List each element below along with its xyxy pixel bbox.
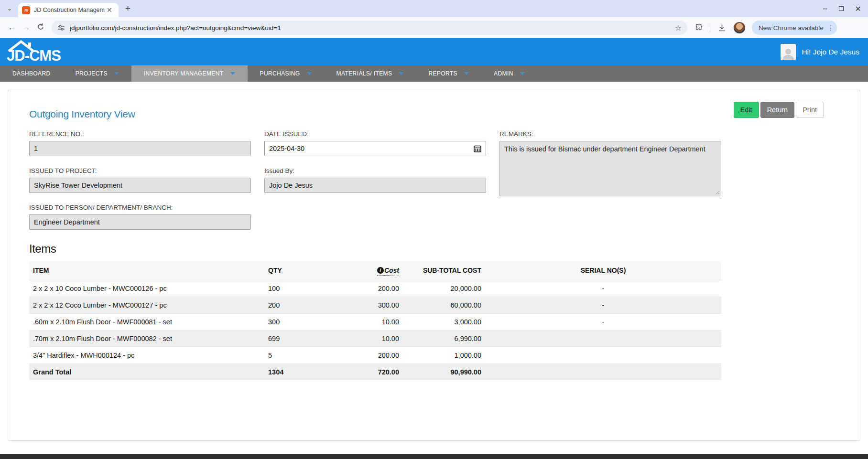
main-navigation: DASHBOARD PROJECTS INVENTORY MANAGEMENT …	[0, 65, 868, 82]
person-silhouette-icon	[782, 47, 794, 60]
user-greeting-area: Hi! Jojo De Jesus	[781, 38, 859, 65]
download-icon[interactable]	[718, 24, 726, 32]
table-row: 2 x 2 x 10 Coco Lumber - MWC000126 - pc …	[29, 280, 721, 297]
nav-item-reports[interactable]: REPORTS	[416, 65, 481, 82]
new-tab-button[interactable]: +	[125, 3, 130, 14]
window-controls: – ✕	[823, 0, 861, 17]
forward-icon[interactable]: →	[19, 23, 33, 32]
header-item: ITEM	[29, 261, 264, 280]
date-issued-field: DATE ISSUED: 2025-04-30	[264, 130, 486, 160]
issued-by-label: Issued By:	[264, 167, 486, 174]
url-text[interactable]: jdjportfolio.com/jd-construction/index.p…	[70, 24, 675, 32]
chevron-down-icon	[399, 72, 403, 75]
nav-item-purchasing[interactable]: PURCHASING	[248, 65, 324, 82]
back-icon[interactable]: ←	[5, 23, 19, 32]
jd-cms-logo[interactable]: JD-CMS	[7, 39, 98, 65]
chevron-down-icon	[230, 72, 235, 75]
tab-search-icon[interactable]: ⌄	[4, 3, 15, 14]
info-icon: i	[377, 267, 384, 274]
chrome-update-pill[interactable]: New Chrome available ⋮	[752, 21, 837, 35]
chrome-update-label: New Chrome available	[759, 24, 824, 32]
date-issued-label: DATE ISSUED:	[264, 130, 486, 138]
issued-to-person-field: ISSUED TO PERSON/ DEPARTMENT/ BRANCH: En…	[29, 204, 251, 230]
resize-grip-icon[interactable]	[716, 191, 720, 195]
chevron-down-icon	[464, 72, 469, 75]
issued-by-field: Issued By: Jojo De Jesus	[264, 167, 486, 196]
header-qty: QTY	[264, 261, 317, 280]
browser-toolbar: ← → jdjportfolio.com/jd-construction/ind…	[0, 17, 868, 38]
browser-tab[interactable]: JD JD Construction Managemen ✕	[18, 3, 119, 17]
site-info-icon[interactable]	[57, 24, 65, 32]
header-subtotal: SUB-TOTAL COST	[403, 261, 485, 280]
browser-menu-icon[interactable]: ⋮	[827, 24, 834, 31]
toolbar-divider	[710, 23, 710, 32]
tab-title: JD Construction Managemen	[34, 7, 105, 13]
browser-profile-avatar[interactable]	[734, 22, 745, 33]
content-card: Outgoing Inventory View Edit Return Prin…	[8, 89, 860, 441]
reference-no-field: REFERENCE NO.: 1	[29, 130, 251, 160]
remarks-field: REMARKS: This is issued for Bismac under…	[499, 130, 721, 196]
chevron-down-icon	[307, 72, 312, 75]
issued-to-project-label: ISSUED TO PROJECT:	[29, 167, 251, 174]
window-close-icon[interactable]: ✕	[855, 4, 861, 13]
issued-to-person-input: Engineer Department	[29, 214, 251, 230]
issued-to-person-label: ISSUED TO PERSON/ DEPARTMENT/ BRANCH:	[29, 204, 251, 211]
items-table: ITEM QTY iCost SUB-TOTAL COST SERIAL NO(…	[29, 261, 721, 380]
reference-no-label: REFERENCE NO.:	[29, 130, 251, 138]
items-heading: Items	[29, 242, 839, 256]
nav-item-projects[interactable]: PROJECTS	[63, 65, 131, 82]
extensions-icon[interactable]	[695, 24, 703, 32]
remarks-label: REMARKS:	[499, 130, 721, 138]
window-minimize-icon[interactable]: –	[823, 4, 827, 13]
nav-item-materials-items[interactable]: MATERIALS/ ITEMS	[324, 65, 416, 82]
address-bar[interactable]: jdjportfolio.com/jd-construction/index.p…	[52, 21, 687, 35]
return-button[interactable]: Return	[760, 102, 795, 118]
action-button-group: Edit Return Print	[734, 102, 824, 118]
user-avatar[interactable]	[781, 44, 796, 60]
remarks-textarea: This is issued for Bismac under departme…	[499, 141, 721, 196]
tab-close-icon[interactable]: ✕	[107, 7, 112, 13]
nav-item-admin[interactable]: ADMIN	[481, 65, 537, 82]
table-row: 2 x 2 x 12 Coco Lumber - MWC000127 - pc …	[29, 297, 721, 313]
issued-by-input: Jojo De Jesus	[264, 178, 486, 193]
bookmark-star-icon[interactable]: ☆	[675, 23, 682, 32]
header-cost[interactable]: iCost	[317, 261, 403, 280]
nav-item-dashboard[interactable]: DASHBOARD	[0, 65, 63, 82]
inventory-form: REFERENCE NO.: 1 DATE ISSUED: 2025-04-30…	[29, 130, 721, 230]
issued-to-project-input: SkyRise Tower Development	[29, 178, 251, 193]
chevron-down-icon	[520, 72, 525, 75]
greeting-text: Hi! Jojo De Jesus	[802, 48, 859, 56]
table-row: .60m x 2.10m Flush Door - MWF000081 - se…	[29, 313, 721, 330]
reload-icon[interactable]	[33, 23, 48, 33]
reference-no-input: 1	[29, 141, 251, 156]
edit-button[interactable]: Edit	[734, 102, 759, 118]
header-serial: SERIAL NO(S)	[485, 261, 721, 280]
table-row: .70m x 2.10m Flush Door - MWF000082 - se…	[29, 330, 721, 347]
nav-item-inventory-management[interactable]: INVENTORY MANAGEMENT	[131, 65, 248, 82]
page-title: Outgoing Inventory View	[29, 108, 135, 120]
print-button[interactable]: Print	[796, 102, 824, 118]
site-favicon-icon: JD	[22, 6, 30, 14]
site-header: JD-CMS Hi! Jojo De Jesus	[0, 38, 868, 65]
window-maximize-icon[interactable]	[839, 6, 844, 11]
date-issued-input[interactable]: 2025-04-30	[264, 141, 486, 156]
chevron-down-icon	[114, 72, 119, 75]
page-background: Outgoing Inventory View Edit Return Prin…	[0, 82, 868, 459]
table-header-row: ITEM QTY iCost SUB-TOTAL COST SERIAL NO(…	[29, 261, 721, 280]
browser-tab-strip: ⌄ JD JD Construction Managemen ✕ + – ✕	[0, 0, 868, 17]
grand-total-row: Grand Total 1304 720.00 90,990.00	[29, 363, 721, 380]
issued-to-project-field: ISSUED TO PROJECT: SkyRise Tower Develop…	[29, 167, 251, 196]
bottom-edge-strip	[0, 454, 868, 459]
calendar-icon[interactable]	[474, 145, 481, 152]
logo-text: JD-CMS	[7, 47, 61, 64]
table-row: 3/4" Hardiflex - MWH000124 - pc 5 200.00…	[29, 347, 721, 363]
